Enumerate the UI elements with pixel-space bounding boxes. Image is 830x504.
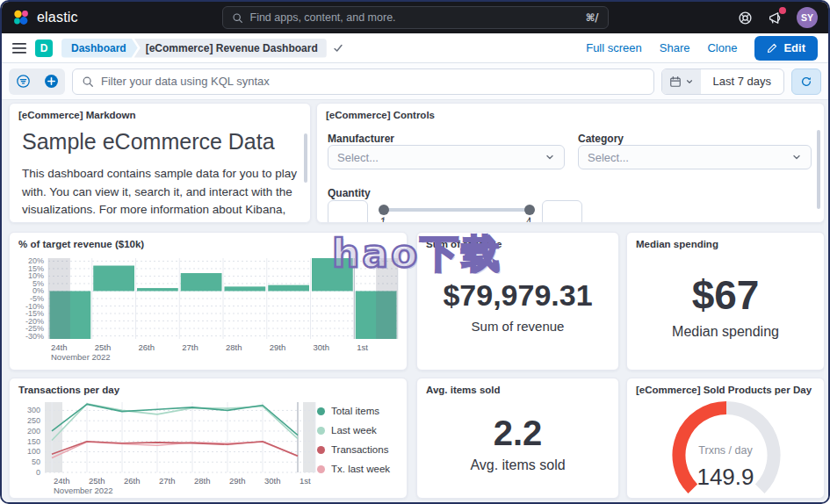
pencil-icon [767, 43, 777, 54]
check-icon[interactable] [332, 42, 344, 54]
category-select[interactable]: Select... [578, 145, 812, 169]
gauge-label: Trxns / day [627, 444, 824, 457]
svg-text:25th: 25th [95, 342, 112, 352]
chart-legend: Total itemsLast weekTransactionsTx. last… [317, 397, 390, 474]
panel-sum-revenue: Sum of revenue $79,979.31 Sum of revenue [416, 232, 619, 371]
svg-text:28th: 28th [194, 476, 211, 486]
gauge-value: 149.9 [627, 464, 824, 491]
refresh-icon [800, 76, 812, 88]
gauge-chart[interactable]: Trxns / day 149.9 [627, 397, 824, 497]
legend-dot [317, 446, 325, 454]
quantity-label: Quantity [328, 187, 371, 199]
svg-text:300: 300 [27, 406, 40, 414]
panel-transactions: Transactions per day 0501001502002503002… [9, 378, 408, 499]
panel-markdown: [eCommerce] Markdown Sample eCommerce Da… [9, 103, 311, 223]
sum-revenue-value: $79,979.31 [443, 280, 592, 310]
svg-text:200: 200 [27, 427, 40, 436]
svg-text:29th: 29th [229, 476, 246, 486]
category-placeholder: Select... [588, 151, 629, 164]
panel-title[interactable]: % of target revenue ($10k) [10, 233, 407, 251]
notification-badge [779, 7, 786, 14]
svg-text:250: 250 [27, 416, 40, 425]
global-search-placeholder: Find apps, content, and more. [250, 11, 396, 24]
global-search-input[interactable]: Find apps, content, and more. ⌘/ [222, 6, 609, 29]
transactions-line-chart[interactable]: 05010015020025030024th25th26th27th28th29… [13, 397, 317, 495]
menu-icon[interactable] [12, 42, 26, 54]
svg-text:November 2022: November 2022 [51, 352, 111, 362]
legend-item[interactable]: Transactions [317, 444, 390, 455]
manufacturer-placeholder: Select... [337, 151, 379, 164]
legend-label: Tx. last week [331, 464, 390, 474]
svg-text:29th: 29th [270, 342, 286, 352]
markdown-text: This dashboard contains sample data for … [22, 167, 297, 223]
revenue-bar-chart[interactable]: 20%15%10%5%0%-5%-10%-15%-20%-25%-30%24th… [13, 251, 405, 367]
legend-label: Total items [331, 406, 379, 416]
panel-median-spending: Median spending $67 Median spending [626, 232, 825, 371]
calendar-icon [669, 76, 682, 88]
manufacturer-select[interactable]: Select... [328, 145, 565, 169]
quantity-max-value: 4 [526, 216, 531, 223]
calendar-dropdown[interactable] [662, 69, 701, 94]
category-label: Category [578, 133, 624, 145]
time-range-value[interactable]: Last 7 days [701, 69, 784, 94]
scrollbar[interactable] [304, 133, 307, 183]
elastic-logo[interactable]: elastic [12, 9, 78, 26]
filter-bar: Filter your data using KQL syntax Last 7… [2, 63, 828, 100]
quantity-min-value: 1 [380, 216, 386, 223]
svg-text:1st: 1st [357, 342, 368, 352]
panel-title[interactable]: Median spending [627, 233, 824, 251]
quantity-slider-handle-min[interactable] [379, 205, 389, 215]
svg-text:0: 0 [36, 468, 40, 477]
breadcrumb-current-page[interactable]: [eCommerce] Revenue Dashboard [134, 39, 327, 58]
svg-text:30th: 30th [314, 342, 330, 352]
quantity-max-input[interactable] [542, 200, 582, 223]
markdown-content: Sample eCommerce Data This dashboard con… [10, 122, 310, 223]
panel-controls: [eCommerce] Controls Manufacturer Select… [316, 103, 825, 223]
svg-text:24th: 24th [54, 476, 70, 486]
notifications-icon[interactable] [767, 10, 783, 25]
panel-title[interactable]: Sum of revenue [417, 233, 618, 251]
panel-title[interactable]: Transactions per day [10, 378, 407, 397]
legend-item[interactable]: Tx. last week [317, 464, 390, 474]
docs-link[interactable]: docs [76, 221, 102, 223]
quantity-slider-track[interactable] [382, 208, 531, 212]
panel-avg-items: Avg. items sold 2.2 Avg. items sold [416, 378, 619, 499]
markdown-text-end: . [102, 221, 105, 223]
panel-title[interactable]: [eCommerce] Controls [317, 104, 824, 122]
svg-text:30th: 30th [264, 476, 281, 486]
scrollbar[interactable] [817, 130, 820, 209]
panel-title[interactable]: [eCommerce] Sold Products per Day [627, 378, 824, 397]
clone-link[interactable]: Clone [707, 41, 737, 54]
chevron-down-icon [545, 152, 555, 162]
panel-title[interactable]: Avg. items sold [417, 378, 618, 397]
svg-text:-30%: -30% [25, 332, 44, 341]
dashboard-app-badge[interactable]: D [35, 40, 53, 57]
dashboard-grid: [eCommerce] Markdown Sample eCommerce Da… [2, 100, 828, 502]
chevron-down-icon [791, 152, 802, 162]
breadcrumb-dashboard[interactable]: Dashboard [61, 39, 138, 58]
legend-dot [317, 465, 325, 473]
add-filter-icon[interactable] [37, 68, 65, 95]
quantity-min-input[interactable] [328, 200, 368, 223]
navbar: D Dashboard [eCommerce] Revenue Dashboar… [2, 33, 828, 63]
kql-search-input[interactable]: Filter your data using KQL syntax [72, 68, 654, 95]
legend-item[interactable]: Last week [317, 425, 390, 436]
panel-sold-products-gauge: [eCommerce] Sold Products per Day Trxns … [626, 378, 825, 499]
quantity-slider-handle-max[interactable] [524, 205, 535, 215]
legend-item[interactable]: Total items [317, 406, 390, 416]
elastic-logo-text: elastic [37, 10, 78, 25]
refresh-button[interactable] [791, 68, 821, 95]
user-avatar[interactable]: SY [797, 7, 818, 28]
legend-dot [317, 407, 325, 415]
edit-button[interactable]: Edit [754, 36, 818, 61]
panel-title[interactable]: [eCommerce] Markdown [10, 104, 310, 122]
help-icon[interactable] [737, 10, 753, 25]
share-link[interactable]: Share [660, 41, 690, 54]
search-shortcut-hint: ⌘/ [586, 11, 599, 24]
filters-icon[interactable] [9, 68, 37, 95]
svg-text:27th: 27th [182, 342, 198, 352]
edit-button-label: Edit [783, 41, 805, 54]
manufacturer-label: Manufacturer [328, 133, 394, 145]
markdown-heading: Sample eCommerce Data [22, 129, 298, 155]
full-screen-link[interactable]: Full screen [586, 41, 642, 54]
